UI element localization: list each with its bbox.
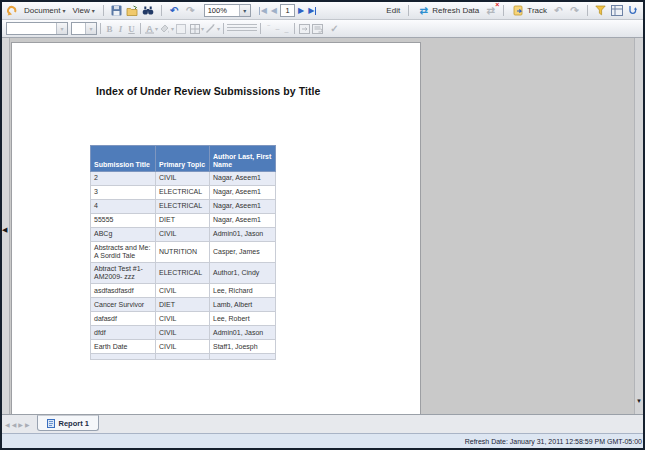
table-cell: CIVIL [156, 172, 210, 186]
edit-button[interactable]: Edit [384, 5, 402, 16]
table-row: 4ELECTRICALNagar, Aseem1 [91, 200, 276, 214]
wrap-text-icon [311, 22, 324, 35]
document-viewport: ◀ Index of Under Review Submissions by T… [2, 38, 643, 414]
track-changes-icon [512, 4, 525, 17]
table-cell: 2 [91, 172, 156, 186]
table-cell: Author1, Cindy [210, 263, 276, 284]
chevron-down-icon: ▾ [92, 8, 95, 14]
table-row-partial [91, 354, 276, 360]
status-bar: Refresh Date: January 31, 2011 12:58:59 … [2, 433, 643, 448]
report-canvas: Index of Under Review Submissions by Tit… [10, 38, 634, 414]
view-menu[interactable]: View ▾ [70, 5, 96, 16]
valign-bottom-icon: _ [282, 25, 291, 32]
table-cell: CIVIL [156, 326, 210, 340]
save-icon[interactable] [110, 4, 123, 17]
separator [294, 23, 295, 34]
report-page: Index of Under Review Submissions by Tit… [11, 42, 421, 414]
table-cell: Staff1, Joesph [210, 340, 276, 354]
table-cell: Nagar, Aseem1 [210, 200, 276, 214]
table-cell: Lee, Robert [210, 312, 276, 326]
separator [103, 5, 104, 16]
next-change-icon: ↷ [568, 4, 581, 17]
table-cell: Lee, Richard [210, 284, 276, 298]
report-title: Index of Under Review Submissions by Tit… [96, 85, 321, 97]
previous-tab-icon[interactable]: ◀ [12, 421, 17, 428]
table-row: 2CIVILNagar, Aseem1 [91, 172, 276, 186]
track-changes-button[interactable]: Track [510, 3, 549, 18]
application-window: Document ▾ View ▾ ↶ ↷ 100% ▾ [0, 0, 645, 450]
column-header: Primary Topic [156, 146, 210, 172]
bold-icon: B [104, 24, 115, 34]
table-row: asdfasdfasdfCIVILLee, Richard [91, 284, 276, 298]
table-cell: asdfasdfasdf [91, 284, 156, 298]
table-cell: Casper, James [210, 242, 276, 263]
vertical-scrollbar[interactable]: ▼ [634, 38, 643, 414]
refresh-data-label: Refresh Data [432, 6, 479, 15]
table-cell: dafasdf [91, 312, 156, 326]
separator [260, 23, 261, 34]
outline-icon[interactable] [610, 4, 623, 17]
first-page-icon: ◀ [259, 7, 268, 15]
last-tab-icon[interactable]: ▶ [25, 421, 30, 428]
table-cell: 4 [91, 200, 156, 214]
table-row: dafasdfCIVILLee, Robert [91, 312, 276, 326]
zoom-select[interactable]: 100% ▾ [204, 4, 251, 17]
separator [503, 5, 504, 16]
table-body: 2CIVILNagar, Aseem13ELECTRICALNagar, Ase… [91, 172, 276, 360]
collapse-panel-icon[interactable]: ◀ [2, 226, 7, 233]
cancel-refresh-icon: ⇄ × [484, 4, 497, 17]
column-header: Submission Title [91, 146, 156, 172]
table-cell: DIET [156, 298, 210, 312]
view-menu-label: View [72, 6, 89, 15]
table-row: ABCgCIVILAdmin01, Jason [91, 228, 276, 242]
first-tab-icon[interactable]: ◀ [5, 421, 10, 428]
refresh-icon: ⇄ [417, 4, 430, 17]
report-tab-bar: ◀ ◀ ▶ ▶ Report 1 [2, 414, 643, 433]
next-page-icon[interactable]: ▶ [297, 7, 305, 15]
document-menu-label: Document [24, 6, 60, 15]
table-cell: Abstracts and Me: A Sordid Tale [91, 242, 156, 263]
refresh-data-button[interactable]: ⇄ Refresh Data [415, 3, 481, 18]
table-row: Cancer SurvivorDIETLamb, Albert [91, 298, 276, 312]
table-cell: CIVIL [156, 312, 210, 326]
tab-report-1[interactable]: Report 1 [37, 415, 99, 431]
align-center-icon [237, 24, 247, 33]
separator [408, 5, 409, 16]
chevron-down-icon: ▾ [62, 8, 65, 14]
table-cell: Earth Date [91, 340, 156, 354]
track-label: Track [527, 6, 547, 15]
chevron-down-icon[interactable]: ▾ [239, 5, 250, 16]
table-cell: NUTRITION [156, 242, 210, 263]
report-table: Submission TitlePrimary TopicAuthor Last… [90, 145, 276, 360]
table-cell: Cancer Survivor [91, 298, 156, 312]
undo-icon[interactable]: ↶ [168, 4, 181, 17]
merge-cells-icon [298, 22, 311, 35]
valign-middle-icon: – [273, 25, 282, 32]
export-icon[interactable] [126, 4, 139, 17]
fill-color-icon [158, 22, 171, 35]
redo-icon: ↷ [184, 4, 197, 17]
tab-navigation: ◀ ◀ ▶ ▶ [5, 417, 30, 431]
table-row: 3ELECTRICALNagar, Aseem1 [91, 186, 276, 200]
zoom-value: 100% [205, 6, 239, 15]
page-number-input[interactable]: 1 [280, 4, 295, 17]
next-tab-icon[interactable]: ▶ [18, 421, 23, 428]
table-cell: ELECTRICAL [156, 186, 210, 200]
previous-page-icon: ◀ [270, 7, 278, 15]
filter-icon[interactable] [594, 4, 607, 17]
refresh-date-text: Refresh Date: January 31, 2011 12:58:59 … [465, 438, 642, 445]
table-cell: Abtract Test #1- AM2009- zzz [91, 263, 156, 284]
find-icon[interactable] [142, 4, 155, 17]
table-cell: dfdf [91, 326, 156, 340]
scroll-down-icon[interactable]: ▼ [635, 396, 643, 406]
document-menu[interactable]: Document ▾ [22, 5, 67, 16]
drill-icon[interactable] [626, 4, 639, 17]
table-cell: Admin01, Jason [210, 326, 276, 340]
table-cell: 3 [91, 186, 156, 200]
table-cell: Nagar, Aseem1 [210, 186, 276, 200]
chevron-down-icon: ▾ [217, 26, 220, 32]
last-page-icon[interactable]: ▶ [307, 7, 316, 15]
table-header: Submission TitlePrimary TopicAuthor Last… [91, 146, 276, 172]
chevron-down-icon: ▾ [85, 23, 96, 34]
font-color-icon: A [144, 24, 155, 34]
